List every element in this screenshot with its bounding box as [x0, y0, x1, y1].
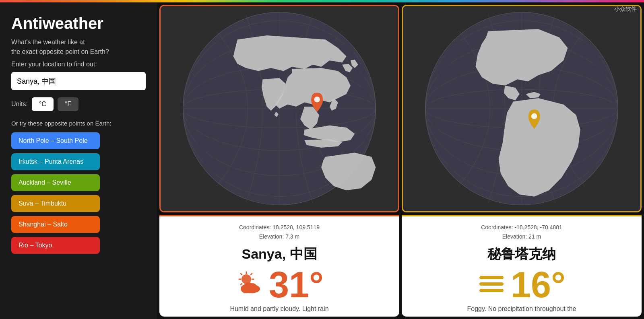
- weather-desc-right: Foggy. No precipitation throughout the: [410, 305, 634, 317]
- svg-rect-35: [479, 289, 504, 292]
- coords-right: Coordinates: -18.2528, -70.4881 Elevatio…: [410, 223, 634, 241]
- svg-point-19: [531, 113, 537, 119]
- preset-suva-timbuktu[interactable]: Suva – Timbuktu: [11, 195, 100, 212]
- city-name-right: 秘鲁塔克纳: [410, 245, 634, 263]
- preset-shanghai-salto[interactable]: Shanghai – Salto: [11, 216, 100, 233]
- city-name-left: Sanya, 中国: [167, 245, 391, 263]
- preset-north-south[interactable]: North Pole – South Pole: [11, 132, 100, 149]
- location-input[interactable]: [11, 72, 146, 90]
- preset-rio-tokyo[interactable]: Rio – Tokyo: [11, 237, 100, 254]
- svg-point-9: [314, 97, 320, 103]
- svg-line-25: [241, 274, 242, 275]
- try-label: Or try these opposite points on Earth:: [11, 120, 146, 127]
- sidebar: Antiweather What's the weather like atth…: [0, 2, 157, 319]
- preset-auckland-seville[interactable]: Auckland – Seville: [11, 174, 100, 191]
- coords-right-text: Coordinates: -18.2528, -70.4881: [481, 224, 562, 231]
- fahrenheit-button[interactable]: °F: [58, 97, 78, 111]
- svg-rect-34: [479, 282, 504, 286]
- temp-left: 31°: [269, 267, 324, 303]
- info-panel-left: Coordinates: 18.2528, 109.5119 Elevation…: [159, 215, 399, 317]
- app-title: Antiweather: [11, 14, 146, 33]
- units-row: Units: °C °F: [11, 97, 146, 111]
- temp-right: 16°: [511, 267, 566, 303]
- weather-desc-left: Humid and partly cloudy. Light rain: [167, 305, 391, 317]
- coords-left: Coordinates: 18.2528, 109.5119 Elevation…: [167, 223, 391, 241]
- units-label: Units:: [11, 101, 28, 108]
- watermark: 小众软件: [614, 6, 637, 13]
- enter-location-label: Enter your location to find out:: [11, 61, 146, 68]
- svg-line-28: [251, 274, 252, 275]
- main-content: Coordinates: 18.2528, 109.5119 Elevation…: [157, 2, 644, 319]
- elevation-right-text: Elevation: 21 m: [502, 233, 541, 240]
- svg-line-27: [241, 284, 242, 285]
- svg-rect-33: [479, 276, 504, 279]
- weather-row-left: 31°: [167, 267, 391, 303]
- coords-left-text: Coordinates: 18.2528, 109.5119: [239, 224, 320, 231]
- svg-point-32: [249, 283, 257, 290]
- app-container: Antiweather What's the weather like atth…: [0, 2, 644, 319]
- globe-svg-right: [403, 6, 640, 211]
- globe-panel-right: [402, 5, 642, 212]
- weather-row-right: 16°: [410, 267, 634, 303]
- celsius-button[interactable]: °C: [32, 97, 54, 111]
- app-subtitle: What's the weather like atthe exact oppo…: [11, 37, 146, 57]
- globe-panel-left: [159, 5, 399, 212]
- weather-icon-left: [235, 270, 263, 300]
- elevation-left-text: Elevation: 7.3 m: [259, 233, 299, 240]
- globe-svg-left: [161, 6, 398, 211]
- info-panel-right: Coordinates: -18.2528, -70.4881 Elevatio…: [402, 215, 642, 317]
- weather-icon-right: [478, 270, 505, 300]
- preset-irkutsk-punta[interactable]: Irkutsk – Punta Arenas: [11, 153, 100, 170]
- preset-buttons: North Pole – South Pole Irkutsk – Punta …: [11, 132, 146, 254]
